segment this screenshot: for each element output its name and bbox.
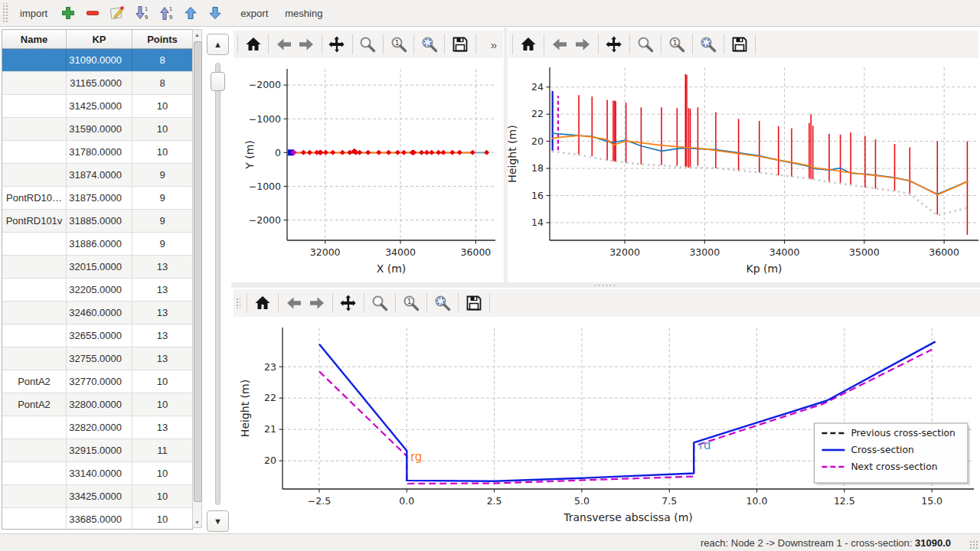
table-row[interactable]: 32755.000013 bbox=[2, 347, 192, 370]
table-row[interactable]: 32205.000013 bbox=[2, 279, 192, 302]
plan-view-canvas[interactable]: 320003400036000−2000−10000−1000−2000X (m… bbox=[234, 60, 503, 282]
table-row[interactable]: 33685.000010 bbox=[2, 508, 192, 530]
cell-points[interactable]: 9 bbox=[132, 233, 192, 255]
cell-points[interactable]: 10 bbox=[132, 462, 192, 484]
cell-points[interactable]: 9 bbox=[132, 164, 192, 186]
cell-kp[interactable]: 31875.0000 bbox=[67, 187, 132, 209]
cell-points[interactable]: 10 bbox=[132, 370, 192, 393]
horizontal-splitter[interactable] bbox=[231, 282, 980, 288]
home-icon[interactable] bbox=[251, 292, 274, 315]
forward-icon[interactable] bbox=[571, 33, 594, 56]
cell-points[interactable]: 9 bbox=[132, 187, 192, 209]
table-row[interactable]: 31780.000010 bbox=[2, 141, 192, 164]
cell-points[interactable]: 9 bbox=[132, 210, 192, 232]
cell-kp[interactable]: 32460.0000 bbox=[67, 302, 132, 324]
home-icon[interactable] bbox=[242, 33, 264, 56]
cell-name[interactable] bbox=[2, 141, 67, 163]
save-icon[interactable] bbox=[449, 33, 471, 56]
cell-points[interactable]: 11 bbox=[132, 439, 192, 461]
cell-points[interactable]: 10 bbox=[132, 485, 192, 507]
cell-kp[interactable]: 32015.0000 bbox=[67, 256, 132, 278]
cell-kp[interactable]: 31886.0000 bbox=[67, 233, 132, 255]
cross-section-figure[interactable]: −2.50.02.55.07.510.012.515.020212223rgrd… bbox=[234, 317, 980, 533]
table-row[interactable]: 32915.000011 bbox=[2, 439, 192, 462]
zoom-icon[interactable] bbox=[357, 33, 379, 56]
header-points[interactable]: Points bbox=[132, 30, 192, 48]
cell-points[interactable]: 8 bbox=[132, 49, 192, 71]
long-profile-canvas[interactable]: 3200033000340003500036000141618202224Kp … bbox=[508, 60, 980, 282]
table-row[interactable]: 31874.00009 bbox=[2, 164, 192, 187]
splitter-grip[interactable] bbox=[593, 284, 616, 287]
cell-kp[interactable]: 32800.0000 bbox=[67, 393, 132, 416]
move-down-icon[interactable] bbox=[204, 2, 227, 24]
table-row[interactable]: 33425.000010 bbox=[2, 485, 192, 508]
cell-name[interactable] bbox=[2, 347, 67, 370]
cell-kp[interactable]: 32770.0000 bbox=[67, 370, 132, 393]
back-icon[interactable] bbox=[283, 292, 305, 315]
zoom-sync-icon[interactable] bbox=[418, 33, 440, 56]
table-row[interactable]: 32015.000013 bbox=[2, 256, 192, 279]
cell-kp[interactable]: 32205.0000 bbox=[67, 279, 132, 301]
cell-name[interactable] bbox=[2, 256, 67, 278]
cell-points[interactable]: 13 bbox=[132, 416, 192, 439]
zoom-one-icon[interactable]: 1 bbox=[387, 33, 410, 56]
zoom-icon[interactable] bbox=[368, 292, 391, 315]
cell-points[interactable]: 10 bbox=[132, 508, 192, 530]
profile-figure[interactable]: 3200033000340003500036000141618202224Kp … bbox=[508, 60, 980, 282]
save-icon[interactable] bbox=[728, 33, 751, 56]
cell-name[interactable] bbox=[2, 485, 67, 507]
cell-points[interactable]: 13 bbox=[132, 279, 192, 301]
home-icon[interactable] bbox=[517, 33, 540, 56]
pan-icon[interactable] bbox=[337, 292, 360, 315]
cell-name[interactable] bbox=[2, 233, 67, 255]
cell-name[interactable] bbox=[2, 279, 67, 301]
pan-icon[interactable] bbox=[603, 33, 626, 56]
zoom-icon[interactable] bbox=[634, 33, 657, 56]
table-header[interactable]: Name KP Points bbox=[2, 30, 192, 49]
cell-kp[interactable]: 31590.0000 bbox=[67, 118, 132, 140]
cell-kp[interactable]: 32655.0000 bbox=[67, 324, 132, 347]
cell-name[interactable] bbox=[2, 324, 67, 347]
cell-points[interactable]: 13 bbox=[132, 302, 192, 324]
add-cross-section-icon[interactable] bbox=[57, 2, 80, 24]
header-kp[interactable]: KP bbox=[67, 30, 132, 48]
table-row[interactable]: PontRD101v31885.00009 bbox=[2, 210, 192, 233]
move-up-icon[interactable] bbox=[179, 2, 202, 24]
meshing-button[interactable]: meshing bbox=[277, 5, 330, 22]
cell-points[interactable]: 10 bbox=[132, 118, 192, 140]
table-row[interactable]: PontA232770.000010 bbox=[2, 370, 192, 393]
section-slider-handle[interactable] bbox=[211, 72, 225, 91]
cell-name[interactable] bbox=[2, 302, 67, 324]
sort-ascending-icon[interactable]: 19 bbox=[155, 2, 178, 24]
edit-icon[interactable] bbox=[106, 2, 129, 24]
pan-icon[interactable] bbox=[326, 33, 348, 56]
cell-kp[interactable]: 31165.0000 bbox=[67, 72, 132, 94]
cell-name[interactable]: PontRD101v bbox=[2, 210, 67, 232]
cell-points[interactable]: 10 bbox=[132, 141, 192, 163]
remove-cross-section-icon[interactable] bbox=[81, 2, 104, 24]
cell-name[interactable] bbox=[2, 72, 67, 94]
toolbar-drag-handle[interactable] bbox=[236, 298, 240, 308]
table-row[interactable]: 31590.000010 bbox=[2, 118, 192, 141]
section-slider[interactable] bbox=[215, 63, 220, 505]
header-name[interactable]: Name bbox=[2, 30, 67, 48]
cell-kp[interactable]: 31090.0000 bbox=[67, 49, 132, 71]
cell-points[interactable]: 13 bbox=[132, 347, 192, 370]
back-icon[interactable] bbox=[548, 33, 571, 56]
cell-points[interactable]: 10 bbox=[132, 393, 192, 416]
cell-kp[interactable]: 31425.0000 bbox=[67, 95, 132, 117]
cell-kp[interactable]: 31780.0000 bbox=[67, 141, 132, 163]
cell-kp[interactable]: 33685.0000 bbox=[67, 508, 132, 530]
cell-name[interactable]: PontA2 bbox=[2, 370, 67, 393]
scroll-down-icon[interactable]: ▼ bbox=[193, 517, 201, 527]
back-icon[interactable] bbox=[273, 33, 295, 56]
cell-name[interactable]: PontRD10… bbox=[2, 187, 67, 209]
scrollbar-thumb[interactable] bbox=[194, 41, 202, 502]
cell-points[interactable]: 8 bbox=[132, 72, 192, 94]
section-down-button[interactable]: ▼ bbox=[207, 510, 229, 532]
cell-name[interactable] bbox=[2, 439, 67, 461]
plan-view-figure[interactable]: 320003400036000−2000−10000−1000−2000X (m… bbox=[234, 60, 503, 282]
zoom-sync-icon[interactable] bbox=[697, 33, 720, 56]
cell-kp[interactable]: 31885.0000 bbox=[67, 210, 132, 232]
cell-points[interactable]: 13 bbox=[132, 256, 192, 278]
